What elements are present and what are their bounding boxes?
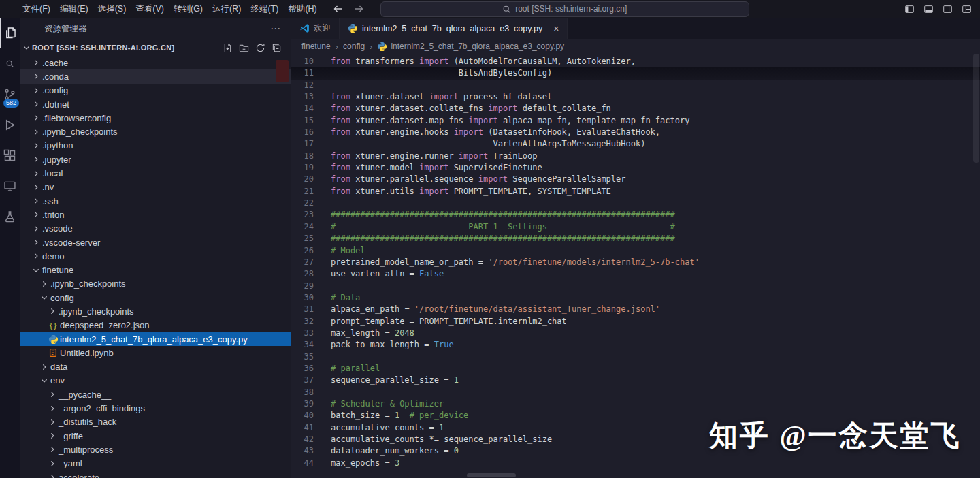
code-line[interactable]: 29 bbox=[291, 281, 980, 292]
forward-icon[interactable] bbox=[353, 3, 364, 14]
tree-item[interactable]: .triton bbox=[20, 208, 291, 221]
tree-item[interactable]: .nv bbox=[20, 180, 291, 194]
activity-explorer[interactable] bbox=[0, 18, 20, 48]
menu-item[interactable]: 编辑(E) bbox=[55, 2, 93, 16]
refresh-icon[interactable] bbox=[255, 43, 265, 53]
layout-panel-icon[interactable] bbox=[924, 4, 934, 14]
tree-item[interactable]: accelerate bbox=[20, 471, 291, 478]
tab[interactable]: internlm2_5_chat_7b_qlora_alpaca_e3_copy… bbox=[340, 18, 568, 39]
collapse-all-icon[interactable] bbox=[272, 43, 282, 53]
code-line[interactable]: 40batch_size = 1 # per_device bbox=[291, 410, 980, 421]
back-icon[interactable] bbox=[333, 3, 344, 14]
code-line[interactable]: 15from xtuner.dataset.map_fns import alp… bbox=[291, 115, 980, 127]
code-line[interactable]: 38 bbox=[291, 387, 980, 398]
tab[interactable]: 欢迎 bbox=[291, 18, 340, 39]
tree-item[interactable]: .dotnet bbox=[20, 97, 291, 111]
tree-item[interactable]: _argon2_cffi_bindings bbox=[20, 401, 291, 415]
tree-item[interactable]: .ipynb_checkpoints bbox=[20, 277, 291, 291]
menu-item[interactable]: 帮助(H) bbox=[283, 2, 321, 16]
code-line[interactable]: 20from xtuner.parallel.sequence import S… bbox=[291, 174, 980, 185]
tree-item[interactable]: finetune bbox=[20, 263, 291, 276]
tree-item[interactable]: .filebrowserconfig bbox=[20, 111, 291, 125]
code-line[interactable]: 27pretrained_model_name_or_path = '/root… bbox=[291, 257, 980, 268]
tree-item[interactable]: .conda bbox=[20, 69, 291, 83]
code-line[interactable]: 16from xtuner.engine.hooks import (Datas… bbox=[291, 127, 980, 138]
code-line[interactable]: 25######################################… bbox=[291, 233, 980, 244]
tree-item[interactable]: .ipynb_checkpoints bbox=[20, 125, 291, 138]
menu-item[interactable]: 查看(V) bbox=[131, 2, 169, 16]
code-line[interactable]: 24# PART 1 Settings # bbox=[291, 221, 980, 233]
menu-item[interactable]: 文件(F) bbox=[18, 2, 55, 16]
activity-search[interactable] bbox=[1, 48, 19, 79]
code-line[interactable]: 30# Data bbox=[291, 292, 980, 304]
menu-item[interactable]: 终端(T) bbox=[246, 2, 283, 16]
code-line[interactable]: 35 bbox=[291, 351, 980, 363]
tree-item[interactable]: _multiprocess bbox=[20, 443, 291, 456]
breadcrumb-item[interactable]: config bbox=[343, 42, 365, 51]
code-line[interactable]: 11 BitsAndBytesConfig) bbox=[291, 67, 980, 79]
activity-extensions[interactable] bbox=[1, 140, 19, 171]
tree-item[interactable]: .local bbox=[20, 166, 291, 180]
code-line[interactable]: 17 VarlenAttnArgsToMessageHubHook) bbox=[291, 138, 980, 150]
tree-item[interactable]: demo bbox=[20, 249, 291, 263]
code-line[interactable]: 26# Model bbox=[291, 245, 980, 257]
code-line[interactable]: 21from xtuner.utils import PROMPT_TEMPLA… bbox=[291, 186, 980, 197]
menu-item[interactable]: 运行(R) bbox=[208, 2, 246, 16]
tree-item[interactable]: .jupyter bbox=[20, 153, 291, 166]
command-center[interactable]: root [SSH: ssh.intern-ai.org.cn] bbox=[380, 1, 749, 17]
editor-horizontal-scrollbar[interactable] bbox=[467, 473, 516, 477]
code-line[interactable]: 31alpaca_en_path = '/root/finetune/data/… bbox=[291, 304, 980, 315]
tree-item[interactable]: .ssh bbox=[20, 194, 291, 208]
tree-item[interactable]: _yaml bbox=[20, 457, 291, 471]
customize-layout-icon[interactable] bbox=[962, 4, 972, 14]
breadcrumb-item[interactable]: finetune bbox=[301, 42, 331, 51]
tree-item[interactable]: internlm2_5_chat_7b_qlora_alpaca_e3_copy… bbox=[20, 332, 291, 346]
editor-vertical-scrollbar[interactable] bbox=[973, 54, 979, 163]
code-line[interactable]: 23######################################… bbox=[291, 209, 980, 221]
code-line[interactable]: 34pack_to_max_length = True bbox=[291, 339, 980, 351]
code-line[interactable]: 42accumulative_counts *= sequence_parall… bbox=[291, 434, 980, 445]
code-line[interactable]: 12 bbox=[291, 80, 980, 91]
code-line[interactable]: 19from xtuner.model import SupervisedFin… bbox=[291, 162, 980, 174]
tree-item[interactable]: .config bbox=[20, 84, 291, 97]
code-line[interactable]: 22 bbox=[291, 197, 980, 209]
new-folder-icon[interactable] bbox=[239, 43, 249, 53]
tree-item[interactable]: __pycache__ bbox=[20, 387, 291, 401]
tree-item[interactable]: config bbox=[20, 291, 291, 304]
code-line[interactable]: 33max_length = 2048 bbox=[291, 328, 980, 339]
code-line[interactable]: 43dataloader_num_workers = 0 bbox=[291, 445, 980, 457]
tree-item[interactable]: {}deepspeed_zero2.json bbox=[20, 319, 291, 332]
tree-item[interactable]: _griffe bbox=[20, 429, 291, 443]
code-line[interactable]: 28use_varlen_attn = False bbox=[291, 268, 980, 280]
tree-item[interactable]: .ipython bbox=[20, 139, 291, 153]
layout-sidebar-right-icon[interactable] bbox=[943, 4, 953, 14]
code-line[interactable]: 18from xtuner.engine.runner import Train… bbox=[291, 150, 980, 162]
activity-source-control[interactable]: 582 bbox=[1, 79, 19, 110]
code-line[interactable]: 36# parallel bbox=[291, 363, 980, 375]
tree-item[interactable]: Untitled.ipynb bbox=[20, 346, 291, 360]
tree-item[interactable]: _distutils_hack bbox=[20, 415, 291, 429]
sidebar-scrollbar-thumb[interactable] bbox=[276, 60, 289, 82]
code-line[interactable]: 13from xtuner.dataset import process_hf_… bbox=[291, 91, 980, 103]
menu-item[interactable]: 选择(S) bbox=[93, 2, 131, 16]
layout-sidebar-left-icon[interactable] bbox=[904, 4, 915, 14]
breadcrumb-item[interactable]: internlm2_5_chat_7b_qlora_alpaca_e3_copy… bbox=[377, 42, 564, 52]
activity-testing[interactable] bbox=[1, 202, 19, 232]
explorer-section-header[interactable]: ROOT [SSH: SSH.INTERN-AI.ORG.CN] bbox=[20, 39, 291, 56]
code-line[interactable]: 39# Scheduler & Optimizer bbox=[291, 398, 980, 410]
tree-item[interactable]: env bbox=[20, 374, 291, 387]
more-actions-icon[interactable]: ⋯ bbox=[270, 22, 281, 35]
close-icon[interactable]: × bbox=[553, 23, 559, 34]
activity-remote-explorer[interactable] bbox=[1, 171, 19, 202]
tree-item[interactable]: data bbox=[20, 360, 291, 374]
tree-item[interactable]: .vscode-server bbox=[20, 236, 291, 249]
code-line[interactable]: 10from transformers import (AutoModelFor… bbox=[291, 56, 980, 67]
code-line[interactable]: 37sequence_parallel_size = 1 bbox=[291, 375, 980, 386]
code-line[interactable]: 14from xtuner.dataset.collate_fns import… bbox=[291, 103, 980, 114]
menu-item[interactable]: 转到(G) bbox=[169, 2, 208, 16]
code-line[interactable]: 32prompt_template = PROMPT_TEMPLATE.inte… bbox=[291, 316, 980, 328]
code-line[interactable]: 44max_epochs = 3 bbox=[291, 458, 980, 469]
tree-item[interactable]: .ipynb_checkpoints bbox=[20, 304, 291, 318]
tree-item[interactable]: .vscode bbox=[20, 222, 291, 236]
code-line[interactable]: 41accumulative_counts = 1 bbox=[291, 422, 980, 434]
